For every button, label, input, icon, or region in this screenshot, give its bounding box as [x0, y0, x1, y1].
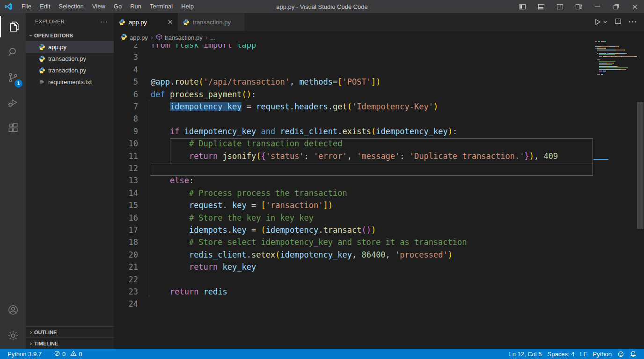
layout-secondary-sidebar-toggle-icon[interactable]	[550, 0, 569, 13]
code-line-15[interactable]: 15 request. key = ['ransaction'])	[114, 199, 644, 212]
chevron-down-icon	[603, 20, 607, 24]
breadcrumb-item-file[interactable]: app.py	[120, 33, 148, 42]
tab-close-icon[interactable]	[168, 19, 173, 25]
breadcrumb-item-symbol[interactable]: transaction.py	[156, 34, 203, 42]
notifications-bell-icon[interactable]	[627, 349, 639, 359]
split-editor-icon[interactable]	[615, 18, 622, 27]
code-line-22[interactable]: 22	[114, 273, 644, 286]
menu-help[interactable]: Help	[177, 0, 198, 13]
explorer-icon[interactable]	[0, 16, 26, 37]
run-debug-icon[interactable]	[0, 92, 26, 113]
code-editor[interactable]: 2from flask import lapp345@app.route('/a…	[114, 31, 644, 349]
code-lines: 2from flask import lapp345@app.route('/a…	[114, 31, 644, 349]
layout-sidebar-toggle-icon[interactable]	[513, 0, 532, 13]
menu-terminal[interactable]: Terminal	[146, 0, 177, 13]
sidebar-header: EXPLORER ···	[26, 13, 114, 30]
minimize-button[interactable]	[588, 0, 607, 13]
open-editor-item-transaction.py[interactable]: transaction.py	[26, 65, 114, 76]
code-line-21[interactable]: 21 return key_key	[114, 261, 644, 273]
extensions-icon[interactable]	[0, 117, 26, 138]
customize-layout-icon[interactable]	[569, 0, 588, 13]
layout-panel-toggle-icon[interactable]	[532, 0, 550, 13]
warning-icon	[70, 350, 77, 358]
code-line-6[interactable]: 6def process_payment():	[114, 88, 644, 101]
code-text: @app.route('/api/transaction', methods=[…	[151, 76, 381, 88]
open-editor-label: requirements.txt	[48, 79, 92, 86]
code-line-9[interactable]: 9 if idempotency_key and redis_client.ex…	[114, 125, 644, 138]
cursor-position-status[interactable]: Ln 12, Col 5	[506, 349, 544, 359]
status-right: Ln 12, Col 5 Spaces: 4 LF Python	[506, 349, 639, 359]
open-editor-label: app.py	[48, 43, 66, 50]
block-highlight-box	[170, 138, 593, 164]
code-line-8[interactable]: 8	[114, 113, 644, 125]
search-icon[interactable]	[0, 41, 26, 63]
code-text: return key_key	[151, 261, 256, 273]
code-line-3[interactable]: 3	[114, 51, 644, 64]
code-line-24[interactable]: 24	[114, 298, 644, 310]
minimap-line	[595, 41, 606, 42]
menu-file[interactable]: File	[17, 0, 36, 13]
code-line-5[interactable]: 5@app.route('/api/transaction', methods=…	[114, 76, 644, 88]
code-line-17[interactable]: 17 idempots.key = (idempotency.transact(…	[114, 224, 644, 237]
settings-gear-icon[interactable]	[0, 325, 26, 346]
line-number: 6	[114, 88, 138, 101]
code-line-18[interactable]: 18 # Store select idempotency_key and st…	[114, 236, 644, 249]
breadcrumb-separator: ›	[205, 34, 208, 41]
sidebar-more-actions-icon[interactable]: ···	[100, 18, 108, 25]
code-text: # Store the key in key key	[151, 212, 314, 224]
source-control-icon[interactable]: 1	[0, 67, 26, 88]
minimap-line	[595, 71, 606, 72]
code-line-23[interactable]: 23 return redis	[114, 286, 644, 298]
editor-scrollbar[interactable]	[637, 102, 644, 229]
line-number: 20	[114, 249, 138, 261]
close-window-button[interactable]	[625, 0, 644, 13]
minimap-line	[595, 74, 603, 75]
line-number: 5	[114, 76, 138, 88]
account-icon[interactable]	[0, 299, 26, 321]
code-text: else:	[151, 174, 194, 187]
restore-button[interactable]	[607, 0, 625, 13]
code-line-13[interactable]: 13 else:	[114, 174, 644, 187]
menu-selection[interactable]: Selection	[54, 0, 88, 13]
menu-run[interactable]: Run	[126, 0, 146, 13]
indentation-status[interactable]: Spaces: 4	[545, 349, 578, 359]
open-editor-item-app.py[interactable]: app.py	[26, 41, 114, 53]
line-number: 13	[114, 174, 138, 187]
line-number: 7	[114, 101, 138, 113]
python-icon	[38, 55, 45, 62]
open-editor-item-requirements.txt[interactable]: requirements.txt	[26, 76, 114, 88]
feedback-icon[interactable]	[615, 349, 627, 359]
namespace-icon	[156, 34, 162, 42]
line-number: 9	[114, 125, 138, 137]
more-actions-icon[interactable]: ···	[629, 18, 637, 26]
open-editors-section-header[interactable]: › OPEN EDITORS	[26, 30, 114, 41]
line-number: 15	[114, 199, 138, 211]
minimap-line	[595, 64, 612, 65]
run-python-file-button[interactable]	[594, 18, 607, 26]
outline-section-header[interactable]: › OUTLINE	[26, 326, 114, 337]
open-editors-list: app.pytransaction.pytransaction.pyrequir…	[26, 41, 114, 88]
menu-view[interactable]: View	[88, 0, 110, 13]
open-editor-item-transaction.py[interactable]: transaction.py	[26, 53, 114, 65]
menu-go[interactable]: Go	[110, 0, 126, 13]
code-line-4[interactable]: 4	[114, 64, 644, 76]
code-line-7[interactable]: 7 idempotency_key = request.headers.get(…	[114, 101, 644, 113]
timeline-section-header[interactable]: › TIMELINE	[26, 337, 114, 349]
breadcrumb-item-more[interactable]: ...	[210, 34, 215, 41]
code-line-20[interactable]: 20 redis_client.setex(idempotency_key, 8…	[114, 249, 644, 261]
problems-status[interactable]: 0 0	[51, 349, 85, 359]
code-text: # Store select idempotency_key and store…	[151, 236, 467, 248]
timeline-label: TIMELINE	[34, 341, 58, 346]
tab-app-py[interactable]: app.py	[114, 13, 178, 31]
python-interpreter-status[interactable]: Python 3.9.7	[5, 349, 44, 359]
minimap-line	[595, 67, 628, 68]
tab-transaction-py[interactable]: transaction.py	[178, 13, 244, 31]
python-icon	[38, 43, 45, 50]
language-mode-status[interactable]: Python	[590, 349, 615, 359]
tab-label: app.py	[129, 19, 147, 26]
eol-status[interactable]: LF	[577, 349, 590, 359]
menu-edit[interactable]: Edit	[36, 0, 54, 13]
code-line-14[interactable]: 14 # Process process the transaction	[114, 187, 644, 200]
line-number: 4	[114, 64, 138, 76]
code-line-16[interactable]: 16 # Store the key in key key	[114, 212, 644, 224]
